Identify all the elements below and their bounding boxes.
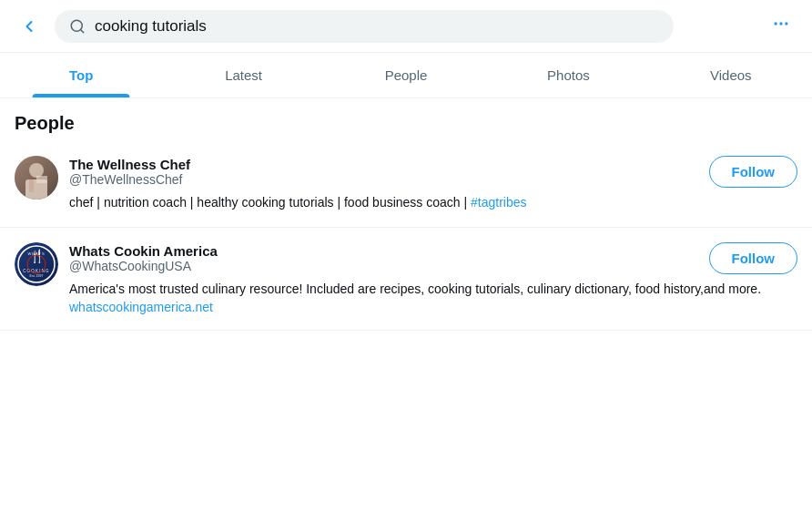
user-info-wellness-chef: The Wellness Chef @TheWellnessChef Follo… bbox=[69, 156, 797, 212]
svg-point-3 bbox=[779, 22, 782, 25]
search-query: cooking tutorials bbox=[95, 17, 659, 36]
follow-button-whats-cookin[interactable]: Follow bbox=[709, 242, 798, 274]
tab-people[interactable]: People bbox=[325, 53, 487, 97]
svg-rect-9 bbox=[36, 176, 47, 183]
user-header-whats-cookin: Whats Cookin America @WhatsCookingUSA Fo… bbox=[69, 242, 797, 274]
svg-line-1 bbox=[80, 29, 83, 32]
user-info-whats-cookin: Whats Cookin America @WhatsCookingUSA Fo… bbox=[69, 242, 797, 315]
back-button[interactable] bbox=[15, 12, 44, 41]
tab-latest[interactable]: Latest bbox=[162, 53, 324, 97]
people-section-title: People bbox=[0, 98, 812, 141]
avatar-wellness-chef bbox=[15, 156, 58, 200]
user-card-whats-cookin: 🍴 COOKING WHATS Est. 1997 Whats Cookin A… bbox=[0, 228, 812, 331]
svg-point-6 bbox=[29, 163, 44, 178]
tab-photos[interactable]: Photos bbox=[487, 53, 649, 97]
user-names-whats-cookin: Whats Cookin America @WhatsCookingUSA bbox=[69, 243, 218, 273]
bio-whats-cookin: America's most trusted culinary resource… bbox=[69, 280, 797, 299]
search-bar: cooking tutorials bbox=[55, 10, 674, 43]
handle-wellness: @TheWellnessChef bbox=[69, 172, 190, 187]
follow-button-wellness[interactable]: Follow bbox=[709, 156, 798, 188]
svg-point-2 bbox=[775, 22, 777, 25]
svg-text:Est. 1997: Est. 1997 bbox=[30, 274, 44, 278]
user-card-wellness-chef: The Wellness Chef @TheWellnessChef Follo… bbox=[0, 141, 812, 228]
hashtag-wellness: #tagtribes bbox=[471, 195, 526, 210]
display-name-whats-cookin: Whats Cookin America bbox=[69, 243, 218, 259]
tab-top[interactable]: Top bbox=[0, 53, 162, 97]
svg-text:COOKING: COOKING bbox=[23, 269, 50, 273]
display-name-wellness: The Wellness Chef bbox=[69, 157, 190, 172]
header: cooking tutorials bbox=[0, 0, 812, 53]
avatar-whats-cookin: 🍴 COOKING WHATS Est. 1997 bbox=[15, 242, 58, 286]
bio-wellness: chef | nutrition coach | healthy cooking… bbox=[69, 193, 797, 212]
handle-whats-cookin: @WhatsCookingUSA bbox=[69, 259, 218, 273]
user-names-wellness: The Wellness Chef @TheWellnessChef bbox=[69, 157, 190, 187]
tab-videos[interactable]: Videos bbox=[650, 53, 812, 97]
search-icon bbox=[69, 18, 86, 35]
svg-point-4 bbox=[785, 22, 787, 25]
svg-rect-8 bbox=[29, 179, 34, 192]
website-link-whats-cookin[interactable]: whatscookingamerica.net bbox=[69, 300, 213, 314]
user-header-wellness: The Wellness Chef @TheWellnessChef Follo… bbox=[69, 156, 797, 188]
tab-navigation: Top Latest People Photos Videos bbox=[0, 53, 812, 98]
more-options-button[interactable] bbox=[765, 9, 797, 43]
